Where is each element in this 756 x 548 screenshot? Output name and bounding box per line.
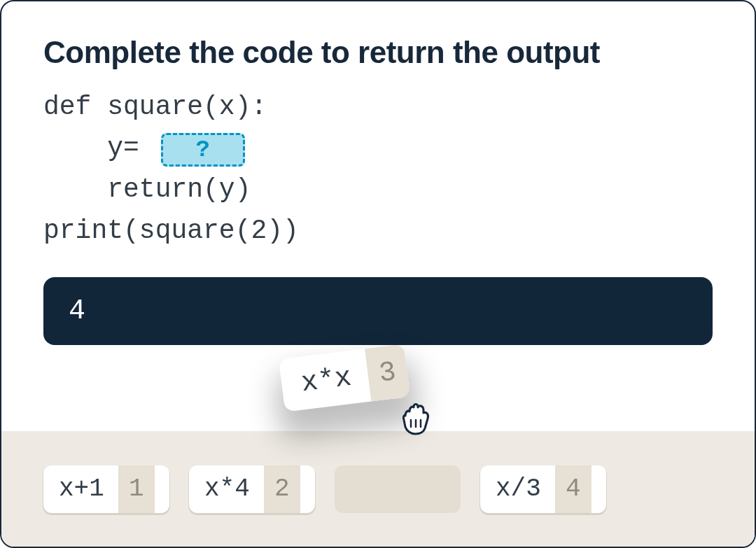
option-number: 3	[365, 344, 410, 401]
code-line-3: return(y)	[43, 169, 713, 211]
code-line-2: y= ?	[43, 128, 713, 169]
dragging-option-tile[interactable]: x*x 3	[279, 344, 410, 412]
option-number: 2	[264, 465, 300, 513]
option-number: 1	[118, 465, 155, 513]
option-label: x+1	[43, 465, 118, 513]
option-empty-slot[interactable]	[335, 465, 461, 513]
code-block: def square(x): y= ? return(y) print(squa…	[1, 87, 755, 269]
option-label: x*4	[189, 465, 264, 513]
option-tile-1[interactable]: x+1 1	[43, 465, 169, 513]
options-tray: x+1 1 x*4 2 x/3 4	[1, 431, 755, 547]
code-line-4: print(square(2))	[43, 211, 713, 252]
exercise-heading: Complete the code to return the output	[1, 1, 755, 87]
exercise-card: Complete the code to return the output d…	[0, 0, 756, 548]
option-tile-2[interactable]: x*4 2	[189, 465, 315, 513]
code-line-2-prefix: y=	[43, 128, 155, 169]
grab-cursor-icon	[397, 398, 436, 440]
option-label: x/3	[480, 465, 555, 513]
option-tile-4[interactable]: x/3 4	[480, 465, 606, 513]
option-number: 4	[555, 465, 592, 513]
expected-output: 4	[43, 277, 713, 345]
option-label: x*x	[279, 349, 371, 412]
code-drop-target[interactable]: ?	[161, 133, 245, 167]
code-line-1: def square(x):	[43, 87, 713, 128]
